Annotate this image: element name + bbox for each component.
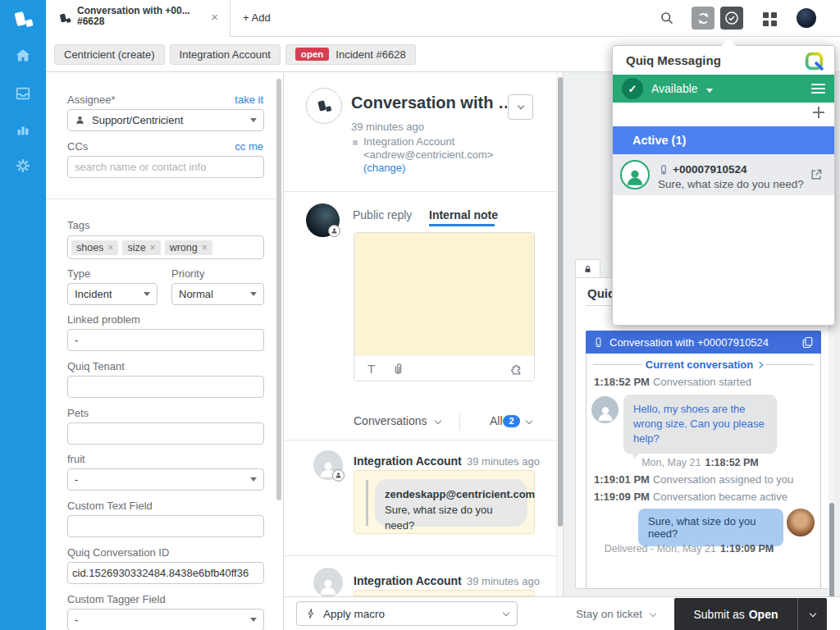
event-text: Conversation assigned to you — [653, 473, 793, 486]
message-author[interactable]: Integration Account — [354, 574, 462, 587]
quiq-conversation-title: Conversation with +00007910524 — [609, 336, 769, 349]
change-requester-link[interactable]: (change) — [363, 162, 405, 174]
message-author[interactable]: Integration Account — [354, 454, 462, 468]
external-link-icon[interactable] — [809, 167, 824, 185]
event-time: 1:19:01 PM — [594, 473, 650, 486]
custom-tagger-value: - — [75, 614, 78, 626]
event-text: Conversation started — [653, 376, 751, 388]
paperclip-icon[interactable] — [390, 361, 406, 379]
breadcrumb-brand[interactable]: Centricient (create) — [54, 44, 165, 65]
current-conversation-row[interactable]: Current conversation — [593, 358, 814, 371]
close-icon[interactable] — [211, 10, 218, 24]
lock-tab[interactable] — [575, 259, 600, 278]
submit-button[interactable]: Submit as Open — [674, 598, 827, 630]
main-scrollbar[interactable] — [556, 72, 563, 596]
title-menu-button[interactable] — [508, 94, 533, 120]
internal-note-editor[interactable] — [354, 233, 534, 355]
quiq-conversation-header[interactable]: Conversation with +00007910524 — [586, 331, 821, 354]
breadcrumb-requester[interactable]: Integration Account — [170, 44, 281, 65]
remove-tag-icon[interactable] — [150, 242, 156, 253]
delivered-label: Delivered - Mon, May 21 — [605, 543, 716, 555]
apps-grid-icon[interactable] — [763, 12, 777, 26]
reports-icon[interactable] — [14, 121, 32, 139]
requester-bullet — [353, 140, 358, 145]
chevron-down-icon — [435, 418, 441, 424]
chevron-down-icon — [650, 610, 656, 617]
zendesk-logo[interactable] — [11, 7, 35, 31]
chat-scrollbar[interactable] — [829, 331, 834, 630]
conversation-id-input[interactable] — [67, 562, 264, 584]
quiq-conversation-card: Conversation with +00007910524 Current c… — [586, 331, 821, 589]
assignee-select[interactable]: Support/Centricient — [67, 109, 264, 131]
quiq-app-button[interactable] — [720, 7, 743, 30]
ticket-tab[interactable]: Conversation with +00... #6628 — [46, 0, 231, 37]
custom-text-input[interactable] — [67, 515, 264, 537]
event-text: Conversation became active — [653, 491, 788, 503]
section-divider — [284, 191, 556, 192]
plus-icon[interactable] — [813, 107, 824, 118]
check-circle-icon — [724, 10, 740, 26]
apply-macro-button[interactable]: Apply macro — [296, 601, 518, 626]
type-select[interactable]: Incident — [67, 283, 158, 305]
submit-options-button[interactable] — [797, 598, 827, 630]
tab-internal-note[interactable]: Internal note — [429, 208, 498, 221]
text-format-icon[interactable] — [368, 362, 375, 376]
scrollbar-thumb[interactable] — [558, 77, 563, 527]
puzzle-icon[interactable] — [509, 361, 524, 379]
chevron-down-icon — [250, 118, 257, 122]
views-icon[interactable] — [14, 84, 32, 103]
settings-icon[interactable] — [14, 157, 32, 175]
filter-all-label[interactable]: All — [490, 414, 503, 427]
remove-tag-icon[interactable] — [107, 242, 113, 253]
tab-public-reply[interactable]: Public reply — [353, 208, 412, 221]
quiq-tenant-input[interactable] — [67, 376, 264, 398]
tag-label: wrong — [170, 242, 198, 253]
take-it-link[interactable]: take it — [235, 94, 263, 106]
priority-label: Priority — [171, 267, 204, 280]
add-tab-button[interactable]: + Add — [243, 11, 271, 24]
remove-tag-icon[interactable] — [202, 242, 208, 253]
message-divider — [284, 555, 556, 556]
panel-divider — [46, 199, 284, 199]
quiq-logo — [804, 51, 824, 74]
chevron-down-icon — [250, 618, 257, 622]
message-time: 39 minutes ago — [467, 455, 540, 468]
copy-icon[interactable] — [801, 336, 815, 349]
fruit-select[interactable]: - — [67, 468, 264, 491]
custom-tagger-select[interactable]: - — [67, 609, 264, 630]
home-icon[interactable] — [14, 47, 32, 65]
priority-select[interactable]: Normal — [171, 283, 264, 305]
person-icon — [624, 167, 646, 188]
fields-scrollbar[interactable] — [276, 79, 281, 500]
ticket-fields-panel: Assignee* take it Support/Centricient CC… — [46, 72, 284, 630]
pets-input[interactable] — [67, 422, 264, 445]
availability-dropdown[interactable]: Available — [651, 82, 713, 95]
cc-me-link[interactable]: cc me — [235, 140, 263, 153]
ccs-input[interactable] — [67, 156, 264, 178]
linked-problem-input[interactable] — [67, 329, 264, 351]
type-label: Type — [67, 267, 90, 280]
apply-macro-label: Apply macro — [323, 608, 385, 620]
quote-sender: zendeskapp@centricient.com — [385, 486, 518, 502]
topbar-divider — [231, 36, 840, 37]
top-bar: Conversation with +00... #6628 + Add — [46, 0, 840, 37]
menu-icon[interactable] — [811, 81, 825, 96]
filter-divider — [459, 413, 460, 431]
chevron-right-icon — [756, 361, 763, 368]
chevron-down-icon[interactable] — [526, 418, 532, 424]
requester-avatar — [306, 88, 342, 124]
tag-chip: size — [122, 240, 160, 255]
breadcrumb-ticket[interactable]: open Incident #6628 — [285, 44, 416, 65]
stay-on-ticket-label: Stay on ticket — [576, 608, 642, 620]
search-icon[interactable] — [660, 11, 674, 25]
person-icon — [75, 115, 85, 126]
stay-on-ticket-dropdown[interactable]: Stay on ticket — [576, 608, 655, 620]
user-avatar[interactable] — [797, 8, 816, 28]
refresh-button[interactable] — [692, 7, 714, 30]
scrollbar-thumb[interactable] — [829, 503, 834, 611]
conversations-dropdown[interactable]: Conversations — [354, 414, 441, 427]
agent-message-bubble: Sure, what size do you need? — [638, 509, 783, 546]
tags-input[interactable]: shoes size wrong — [67, 235, 264, 259]
active-conversation-item[interactable]: +00007910524 Sure, what size do you need… — [613, 154, 834, 195]
refresh-icon — [696, 11, 711, 26]
